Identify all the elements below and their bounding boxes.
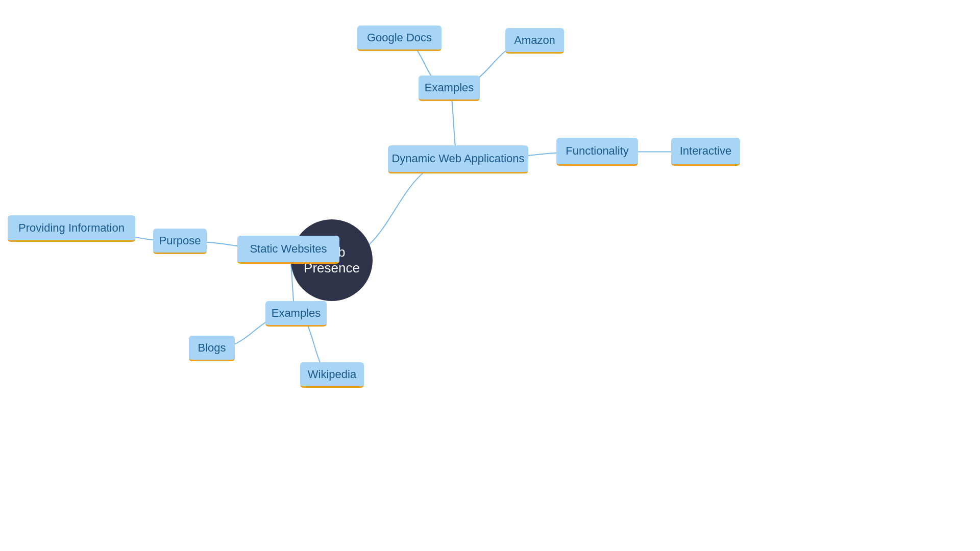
wikipedia-node: Wikipedia — [300, 362, 364, 388]
dynamic-web-node: Dynamic Web Applications — [388, 145, 528, 173]
blogs-node: Blogs — [189, 336, 235, 361]
amazon-node: Amazon — [505, 28, 564, 54]
interactive-node: Interactive — [671, 138, 740, 166]
static-websites-node: Static Websites — [237, 236, 339, 264]
providing-info-node: Providing Information — [8, 215, 135, 242]
examples-bottom-node: Examples — [265, 301, 327, 327]
purpose-node: Purpose — [153, 229, 207, 254]
examples-top-node: Examples — [419, 76, 480, 101]
functionality-node: Functionality — [556, 138, 638, 166]
google-docs-node: Google Docs — [357, 26, 442, 51]
